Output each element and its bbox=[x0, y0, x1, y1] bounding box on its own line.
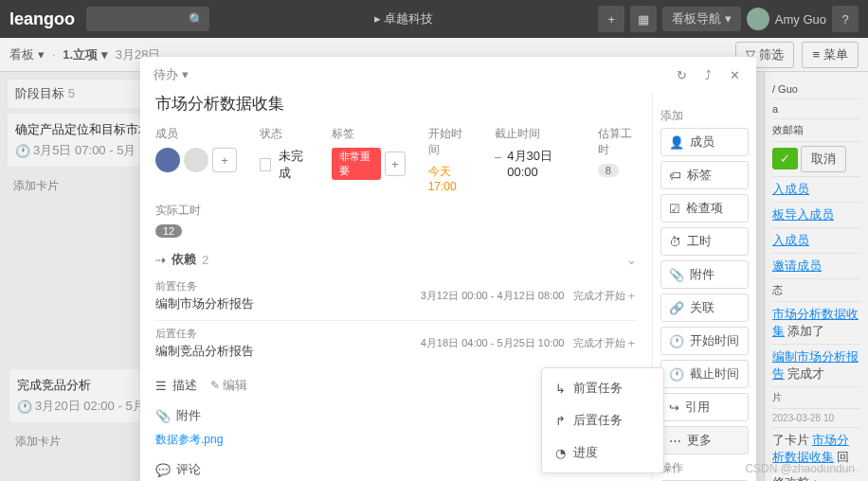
status-dropdown[interactable]: 待办 ▾ bbox=[154, 66, 189, 83]
member-avatar[interactable] bbox=[184, 148, 208, 172]
more-icon: ⋯ bbox=[669, 434, 681, 448]
org-name[interactable]: ▸ 卓越科技 bbox=[209, 10, 598, 27]
pre-icon: ↳ bbox=[555, 382, 566, 396]
attach-icon: 📎 bbox=[155, 409, 171, 423]
board-nav[interactable]: 看板导航 ▾ bbox=[662, 7, 741, 31]
card-modal: 待办 ▾ ↻ ⤴ ✕ 市场分析数据收集 成员+ 状态未完成 标签非常重要+ 开始… bbox=[140, 57, 756, 481]
history-icon[interactable]: ↻ bbox=[673, 66, 690, 83]
dep-task[interactable]: 编制竞品分析报告 bbox=[155, 343, 421, 360]
comment-icon: 💬 bbox=[155, 463, 171, 477]
clock-icon: 🕐 bbox=[669, 334, 684, 348]
search-input[interactable]: 🔍 bbox=[86, 7, 209, 31]
side-end-button[interactable]: 🕐截止时间 bbox=[660, 360, 749, 388]
logo: leangoo bbox=[9, 9, 75, 29]
side-checklist-button[interactable]: ☑检查项 bbox=[660, 194, 749, 223]
add-button[interactable]: + bbox=[598, 6, 624, 32]
member-avatar[interactable] bbox=[155, 148, 180, 172]
side-tag-button[interactable]: 🏷标签 bbox=[660, 161, 749, 189]
apps-button[interactable]: ▦ bbox=[630, 6, 657, 32]
side-start-button[interactable]: 🕐开始时间 bbox=[660, 327, 749, 355]
deps-header[interactable]: ⇢依赖2⌄ bbox=[155, 251, 637, 268]
side-ref-button[interactable]: ↪引用 bbox=[660, 393, 749, 421]
add-dep-button[interactable]: + bbox=[625, 334, 637, 352]
close-icon[interactable]: ✕ bbox=[726, 66, 743, 83]
est-hours[interactable]: 8 bbox=[598, 164, 619, 177]
status-checkbox[interactable]: 未完成 bbox=[260, 148, 309, 182]
side-link-button[interactable]: 🔗关联 bbox=[660, 294, 749, 322]
link-icon: 🔗 bbox=[669, 301, 684, 315]
add-member-button[interactable]: + bbox=[212, 148, 237, 172]
modal-sidebar: 添加 👤成员 🏷标签 ☑检查项 ⏱工时 📎附件 🔗关联 🕐开始时间 🕐截止时间 … bbox=[652, 93, 756, 481]
progress-icon: ◔ bbox=[555, 446, 566, 460]
end-time[interactable]: – 4月30日 00:00 bbox=[495, 148, 575, 179]
start-time[interactable]: 今天17:00 bbox=[428, 164, 472, 193]
popup-pre-task[interactable]: ↳前置任务 bbox=[542, 372, 663, 404]
help-button[interactable]: ? bbox=[832, 6, 859, 32]
topbar: leangoo 🔍 ▸ 卓越科技 + ▦ 看板导航 ▾ Amy Guo ? bbox=[0, 0, 868, 38]
popup-progress[interactable]: ◔进度 bbox=[542, 436, 663, 469]
card-title[interactable]: 市场分析数据收集 bbox=[155, 93, 637, 115]
attachment-link[interactable]: 数据参考.png bbox=[155, 433, 223, 446]
avatar[interactable] bbox=[747, 8, 769, 30]
hours-icon: ⏱ bbox=[669, 235, 681, 249]
user-icon: 👤 bbox=[669, 135, 684, 150]
ref-icon: ↪ bbox=[669, 401, 679, 415]
side-attach-button[interactable]: 📎附件 bbox=[660, 260, 749, 289]
list-icon: ☑ bbox=[669, 202, 680, 216]
link-icon: ⇢ bbox=[155, 253, 166, 267]
side-more-button[interactable]: ⋯更多 bbox=[660, 426, 749, 454]
tag-icon: 🏷 bbox=[669, 169, 681, 183]
popup-post-task[interactable]: ↱后置任务 bbox=[542, 404, 663, 436]
add-tag-button[interactable]: + bbox=[385, 151, 406, 176]
add-dep-button[interactable]: + bbox=[625, 287, 637, 305]
post-icon: ↱ bbox=[555, 414, 566, 428]
clock-icon: 🕐 bbox=[669, 367, 684, 382]
edit-desc-button[interactable]: ✎ 编辑 bbox=[210, 377, 247, 394]
side-hours-button[interactable]: ⏱工时 bbox=[660, 227, 749, 256]
side-member-button[interactable]: 👤成员 bbox=[660, 128, 749, 156]
dep-task[interactable]: 编制市场分析报告 bbox=[155, 295, 421, 312]
actual-hours[interactable]: 12 bbox=[155, 224, 182, 238]
tag[interactable]: 非常重要 bbox=[332, 148, 381, 180]
share-icon[interactable]: ⤴ bbox=[699, 66, 716, 83]
user-name: Amy Guo bbox=[775, 12, 826, 27]
search-icon: 🔍 bbox=[189, 12, 204, 27]
watermark: CSDN @zhaodundun bbox=[745, 462, 855, 475]
modal-backdrop[interactable]: 待办 ▾ ↻ ⤴ ✕ 市场分析数据收集 成员+ 状态未完成 标签非常重要+ 开始… bbox=[0, 38, 868, 481]
desc-icon: ☰ bbox=[155, 379, 167, 393]
more-popup: ↳前置任务 ↱后置任务 ◔进度 bbox=[541, 367, 664, 473]
chevron-down-icon: ⌄ bbox=[626, 253, 637, 267]
attach-icon: 📎 bbox=[669, 268, 684, 282]
